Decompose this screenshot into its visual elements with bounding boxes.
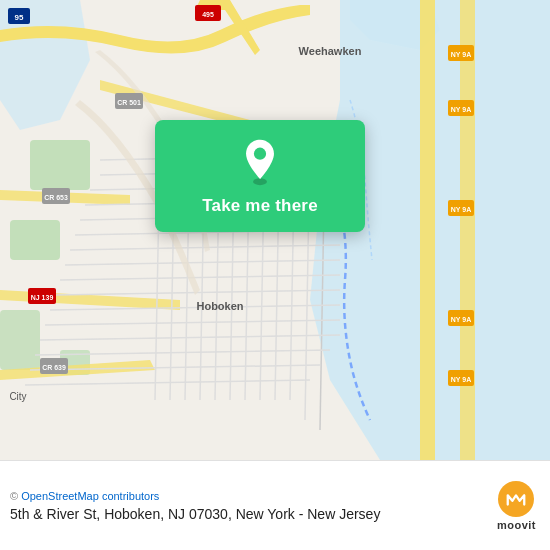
svg-text:NJ 139: NJ 139: [31, 294, 54, 301]
address-text: 5th & River St, Hoboken, NJ 07030, New Y…: [10, 506, 380, 522]
moovit-icon: [498, 481, 534, 517]
svg-rect-3: [0, 310, 40, 370]
osm-link[interactable]: OpenStreetMap contributors: [21, 490, 159, 502]
info-bar: © OpenStreetMap contributors 5th & River…: [0, 460, 550, 550]
moovit-logo-block: moovit: [497, 481, 536, 531]
take-me-there-button[interactable]: Take me there: [202, 196, 318, 216]
svg-text:NY 9A: NY 9A: [451, 376, 472, 383]
svg-rect-2: [10, 220, 60, 260]
moovit-label: moovit: [497, 519, 536, 531]
svg-point-59: [254, 148, 266, 160]
svg-text:CR 639: CR 639: [42, 364, 66, 371]
svg-text:CR 653: CR 653: [44, 194, 68, 201]
svg-text:NY 9A: NY 9A: [451, 51, 472, 58]
svg-text:NY 9A: NY 9A: [451, 316, 472, 323]
svg-point-58: [253, 178, 267, 185]
svg-rect-1: [30, 140, 90, 190]
svg-text:CR 501: CR 501: [117, 99, 141, 106]
svg-text:495: 495: [202, 11, 214, 18]
svg-text:City: City: [9, 391, 26, 402]
osm-credit: © OpenStreetMap contributors: [10, 490, 380, 502]
info-text-block: © OpenStreetMap contributors 5th & River…: [10, 490, 380, 522]
svg-text:95: 95: [15, 13, 24, 22]
action-card: Take me there: [155, 120, 365, 232]
svg-text:NY 9A: NY 9A: [451, 106, 472, 113]
svg-text:Hoboken: Hoboken: [196, 300, 243, 312]
moovit-logo-icon: [505, 488, 527, 510]
location-pin-icon: [236, 138, 284, 186]
svg-text:NY 9A: NY 9A: [451, 206, 472, 213]
osm-copyright-symbol: ©: [10, 490, 18, 502]
svg-text:Weehawken: Weehawken: [299, 45, 362, 57]
map-container: 95 495 CR 501 CR 653 NY 9A NY 9A NY 9A N…: [0, 0, 550, 550]
